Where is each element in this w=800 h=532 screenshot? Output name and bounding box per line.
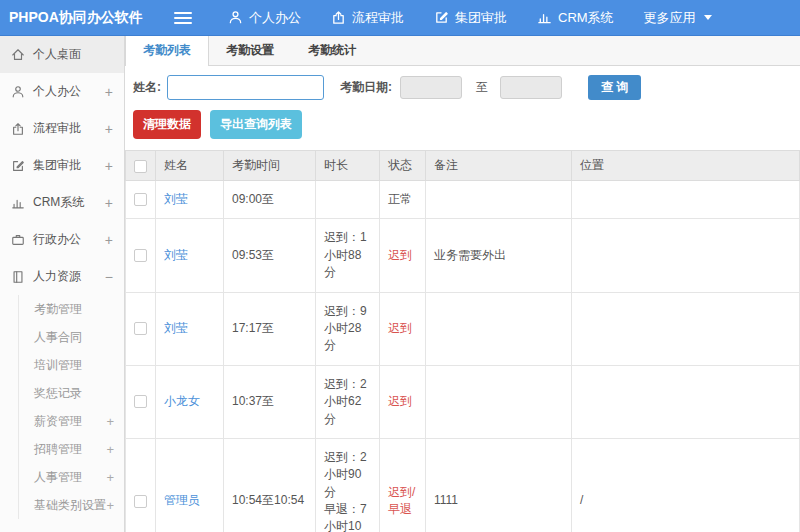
- row-checkbox[interactable]: [134, 249, 147, 262]
- nav-item-workflow-approval[interactable]: 流程审批: [331, 9, 404, 27]
- sidebar-subitem-label: 奖惩记录: [34, 385, 82, 402]
- status-cell: 正常: [380, 181, 426, 219]
- sidebar-subitem-hr-contract[interactable]: 人事合同: [19, 323, 124, 351]
- home-icon: [11, 48, 33, 62]
- column-header: 姓名: [156, 151, 224, 181]
- sidebar-subitem-attendance-management[interactable]: 考勤管理: [19, 295, 124, 323]
- status-cell: 迟到: [380, 365, 426, 438]
- location-cell: [572, 219, 800, 292]
- sidebar-submenu: 考勤管理人事合同培训管理奖惩记录薪资管理+招聘管理+人事管理+基础类别设置+: [18, 295, 124, 519]
- row-checkbox[interactable]: [134, 395, 147, 408]
- tab-bar: 考勤列表考勤设置考勤统计: [125, 36, 800, 66]
- location-cell: [572, 181, 800, 219]
- sidebar-subitem-base-category-settings[interactable]: 基础类别设置+: [19, 491, 124, 519]
- expand-icon[interactable]: +: [106, 470, 114, 485]
- expand-icon[interactable]: +: [105, 121, 113, 137]
- select-all-checkbox[interactable]: [134, 160, 147, 173]
- sidebar-item-crm-system[interactable]: CRM系统+: [0, 184, 124, 221]
- employee-name-link[interactable]: 管理员: [164, 493, 200, 507]
- column-header: 时长: [316, 151, 380, 181]
- search-bar: 姓名: 考勤日期: 至 查 询: [125, 66, 800, 108]
- sidebar-subitem-personnel-management[interactable]: 人事管理+: [19, 463, 124, 491]
- row-checkbox[interactable]: [134, 495, 147, 508]
- table-row: 刘莹09:00至正常: [126, 181, 800, 219]
- app-window: PHPOA协同办公软件 个人办公流程审批集团审批CRM系统更多应用 个人桌面个人…: [0, 0, 800, 532]
- tab-attendance-statistics[interactable]: 考勤统计: [291, 36, 373, 65]
- collapse-icon[interactable]: −: [105, 269, 113, 285]
- nav-item-more-apps[interactable]: 更多应用: [644, 9, 712, 27]
- expand-icon[interactable]: +: [105, 84, 113, 100]
- user-icon: [228, 10, 243, 25]
- table-row: 刘莹17:17至迟到：9小时28分迟到: [126, 292, 800, 365]
- nav-item-label: 更多应用: [644, 9, 696, 27]
- attendance-time-cell: 17:17至: [224, 292, 316, 365]
- sidebar-item-label: 行政办公: [33, 231, 81, 248]
- nav-item-group-approval[interactable]: 集团审批: [434, 9, 507, 27]
- sidebar-subitem-label: 培训管理: [34, 357, 82, 374]
- expand-icon[interactable]: +: [106, 442, 114, 457]
- action-buttons: 清理数据 导出查询列表: [125, 108, 800, 150]
- sidebar-item-admin-office[interactable]: 行政办公+: [0, 221, 124, 258]
- sidebar-item-personal-desktop[interactable]: 个人桌面: [0, 36, 124, 73]
- sidebar-item-personal-office[interactable]: 个人办公+: [0, 73, 124, 110]
- attendance-time-cell: 10:54至10:54: [224, 438, 316, 532]
- main-content: 考勤列表考勤设置考勤统计 姓名: 考勤日期: 至 查 询 清理数据 导出查询列表…: [125, 36, 800, 532]
- employee-name-link[interactable]: 刘莹: [164, 248, 188, 262]
- chart-icon: [537, 10, 552, 25]
- sidebar-item-human-resources[interactable]: 人力资源−: [0, 258, 124, 295]
- row-checkbox[interactable]: [134, 322, 147, 335]
- expand-icon[interactable]: +: [106, 498, 114, 513]
- expand-icon[interactable]: +: [105, 195, 113, 211]
- row-checkbox[interactable]: [134, 193, 147, 206]
- duration-cell: [316, 181, 380, 219]
- status-cell: 迟到/早退: [380, 438, 426, 532]
- nav-item-label: 流程审批: [352, 9, 404, 27]
- clean-data-button[interactable]: 清理数据: [133, 110, 201, 139]
- sidebar-subitem-label: 人事合同: [34, 329, 82, 346]
- employee-name-link[interactable]: 刘莹: [164, 321, 188, 335]
- sidebar-subitem-recruitment-management[interactable]: 招聘管理+: [19, 435, 124, 463]
- sidebar-item-label: CRM系统: [33, 194, 84, 211]
- search-button[interactable]: 查 询: [588, 75, 641, 100]
- top-nav: 个人办公流程审批集团审批CRM系统更多应用: [228, 9, 712, 27]
- sidebar-subitem-salary-management[interactable]: 薪资管理+: [19, 407, 124, 435]
- export-list-button[interactable]: 导出查询列表: [210, 110, 302, 139]
- sidebar-item-group-approval[interactable]: 集团审批+: [0, 147, 124, 184]
- employee-name-link[interactable]: 刘莹: [164, 192, 188, 206]
- remark-cell: 1111: [426, 438, 572, 532]
- share-icon: [331, 10, 346, 25]
- location-cell: /: [572, 438, 800, 532]
- tab-attendance-settings[interactable]: 考勤设置: [209, 36, 291, 65]
- sidebar-item-workflow-approval[interactable]: 流程审批+: [0, 110, 124, 147]
- app-logo[interactable]: PHPOA协同办公软件: [0, 9, 128, 27]
- edit-icon: [434, 10, 449, 25]
- sidebar-subitem-label: 人事管理: [34, 469, 82, 486]
- employee-name-link[interactable]: 小龙女: [164, 394, 200, 408]
- sidebar-item-label: 流程审批: [33, 120, 81, 137]
- expand-icon[interactable]: +: [106, 414, 114, 429]
- book-icon: [11, 270, 33, 284]
- column-header: 状态: [380, 151, 426, 181]
- name-input[interactable]: [167, 75, 324, 100]
- menu-toggle-icon[interactable]: [174, 9, 192, 27]
- nav-item-label: 个人办公: [249, 9, 301, 27]
- status-cell: 迟到: [380, 219, 426, 292]
- chart-icon: [11, 196, 33, 210]
- share-icon: [11, 122, 33, 136]
- sidebar-subitem-training-management[interactable]: 培训管理: [19, 351, 124, 379]
- attendance-date-label: 考勤日期:: [340, 79, 392, 96]
- nav-item-personal-office[interactable]: 个人办公: [228, 9, 301, 27]
- user-icon: [11, 85, 33, 99]
- column-header: 备注: [426, 151, 572, 181]
- expand-icon[interactable]: +: [105, 158, 113, 174]
- tab-attendance-list[interactable]: 考勤列表: [125, 36, 209, 66]
- date-from-input[interactable]: [400, 76, 462, 99]
- table-header-row: 姓名考勤时间时长状态备注位置: [126, 151, 800, 181]
- sidebar-subitem-reward-punishment-record[interactable]: 奖惩记录: [19, 379, 124, 407]
- sidebar-item-document-management[interactable]: 公文管理+: [0, 523, 124, 532]
- nav-item-label: CRM系统: [558, 9, 614, 27]
- date-to-input[interactable]: [500, 76, 562, 99]
- expand-icon[interactable]: +: [105, 232, 113, 248]
- nav-item-crm-system[interactable]: CRM系统: [537, 9, 614, 27]
- attendance-time-cell: 10:37至: [224, 365, 316, 438]
